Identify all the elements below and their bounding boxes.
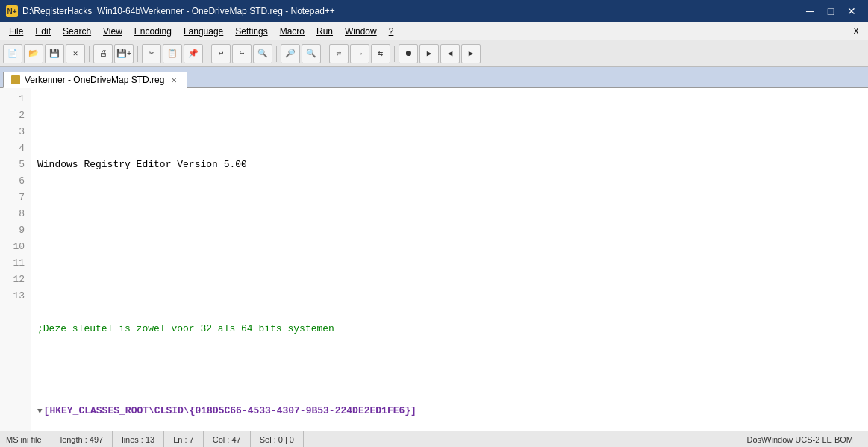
tab-close-button[interactable]: ✕ [169, 75, 179, 85]
menu-language[interactable]: Language [178, 25, 229, 38]
toolbar: 📄 📂 💾 ✕ 🖨 💾+ ✂ 📋 📌 ↩ ↪ 🔍 🔎 🔍 ⇌ → ⇆ ⏺ ▶ ◀… [0, 40, 868, 67]
line-numbers: 1 2 3 4 5 6 7 8 9 10 11 12 13 [0, 88, 31, 431]
line-num-8: 8 [6, 206, 25, 222]
line-num-3: 3 [6, 124, 25, 140]
toolbar-wrap[interactable]: ⇌ [329, 44, 349, 63]
line-num-5: 5 [6, 157, 25, 173]
toolbar-new[interactable]: 📄 [3, 44, 22, 63]
code-line-2 [37, 239, 862, 255]
status-col: Col : 47 [204, 431, 251, 447]
toolbar-copy[interactable]: 📋 [163, 44, 182, 63]
line-num-7: 7 [6, 190, 25, 206]
line4-fold-icon: ▼ [37, 403, 43, 419]
toolbar-sep-2 [137, 46, 138, 62]
line-num-11: 11 [6, 255, 25, 272]
line-num-1: 1 [6, 91, 25, 107]
close-button[interactable]: ✕ [841, 0, 862, 22]
toolbar-save[interactable]: 💾 [45, 44, 64, 63]
status-encoding: Dos\Window UCS-2 LE BOM [738, 431, 862, 447]
window-title: D:\RegisterHacks_Win10-64b\Verkenner - O… [22, 6, 799, 16]
tab-bar: Verkenner - OneDriveMap STD.reg ✕ [0, 67, 868, 88]
menu-macro[interactable]: Macro [274, 25, 310, 38]
editor: 1 2 3 4 5 6 7 8 9 10 11 12 13 Windows Re… [0, 88, 868, 431]
line2-text [37, 239, 43, 255]
toolbar-sep-5 [325, 46, 325, 62]
toolbar-undo[interactable]: ↩ [211, 44, 231, 63]
menu-search[interactable]: Search [57, 25, 97, 38]
maximize-button[interactable]: □ [820, 0, 841, 22]
toolbar-close[interactable]: ✕ [66, 44, 85, 63]
menu-settings[interactable]: Settings [229, 25, 273, 38]
code-line-4: ▼ [HKEY_CLASSES_ROOT\CLSID\{018D5C66-453… [37, 403, 862, 419]
toolbar-sep-1 [89, 46, 90, 62]
toolbar-sep-4 [276, 46, 277, 62]
menu-view[interactable]: View [97, 25, 128, 38]
toolbar-print[interactable]: 🖨 [93, 44, 113, 63]
window-controls: ─ □ ✕ [799, 0, 862, 22]
toolbar-macro-next[interactable]: ▶ [461, 44, 481, 63]
toolbar-macro-rec[interactable]: ⏺ [399, 44, 418, 63]
line-num-2: 2 [6, 107, 25, 124]
toolbar-sep-6 [394, 46, 395, 62]
toolbar-paste[interactable]: 📌 [184, 44, 203, 63]
menu-encoding[interactable]: Encoding [128, 25, 178, 38]
toolbar-open[interactable]: 📂 [24, 44, 43, 63]
toolbar-sync[interactable]: ⇆ [371, 44, 390, 63]
status-bar: MS ini file length : 497 lines : 13 Ln :… [0, 431, 868, 447]
title-bar: N+ D:\RegisterHacks_Win10-64b\Verkenner … [0, 0, 868, 22]
status-lines: lines : 13 [113, 431, 164, 447]
menu-run[interactable]: Run [310, 25, 339, 38]
toolbar-macro-prev[interactable]: ◀ [440, 44, 460, 63]
line-num-9: 9 [6, 222, 25, 239]
line-num-12: 12 [6, 272, 25, 288]
minimize-button[interactable]: ─ [799, 0, 820, 22]
line-num-10: 10 [6, 239, 25, 255]
status-filetype: MS ini file [6, 431, 51, 447]
line-num-4: 4 [6, 140, 25, 157]
toolbar-save-all[interactable]: 💾+ [114, 44, 134, 63]
line3-text: ;Deze sleutel is zowel voor 32 als 64 bi… [37, 321, 334, 337]
code-line-1: Windows Registry Editor Version 5.00 [37, 157, 862, 173]
line1-text: Windows Registry Editor Version 5.00 [37, 157, 247, 173]
toolbar-indent[interactable]: → [350, 44, 369, 63]
toolbar-redo[interactable]: ↪ [232, 44, 252, 63]
menu-bar: File Edit Search View Encoding Language … [0, 22, 868, 40]
app-icon: N+ [6, 5, 18, 17]
menu-window[interactable]: Window [339, 25, 383, 38]
menu-edit[interactable]: Edit [29, 25, 57, 38]
status-length: length : 497 [51, 431, 113, 447]
line-num-6: 6 [6, 173, 25, 190]
status-sel: Sel : 0 | 0 [251, 431, 304, 447]
toolbar-find[interactable]: 🔍 [253, 44, 272, 63]
toolbar-cut[interactable]: ✂ [142, 44, 161, 63]
code-line-3: ;Deze sleutel is zowel voor 32 als 64 bi… [37, 321, 862, 337]
tab-file[interactable]: Verkenner - OneDriveMap STD.reg ✕ [3, 72, 187, 88]
status-ln: Ln : 7 [164, 431, 204, 447]
toolbar-macro-play[interactable]: ▶ [419, 44, 439, 63]
toolbar-zoom-in[interactable]: 🔎 [281, 44, 300, 63]
tab-file-icon [11, 75, 20, 84]
menu-file[interactable]: File [3, 25, 29, 38]
line-num-13: 13 [6, 288, 25, 304]
menubar-close[interactable]: X [847, 25, 865, 38]
line4-text: [HKEY_CLASSES_ROOT\CLSID\{018D5C66-4533-… [44, 403, 416, 419]
menu-help[interactable]: ? [383, 25, 400, 38]
toolbar-sep-3 [207, 46, 207, 62]
toolbar-zoom-out[interactable]: 🔍 [302, 44, 321, 63]
tab-label: Verkenner - OneDriveMap STD.reg [25, 75, 164, 85]
code-area[interactable]: Windows Registry Editor Version 5.00 ;De… [31, 88, 868, 431]
